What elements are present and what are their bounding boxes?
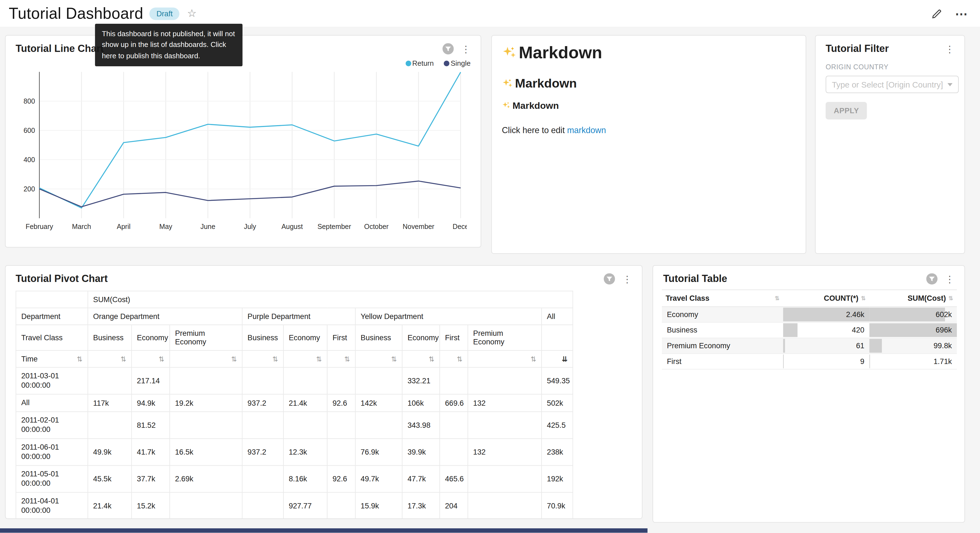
markdown-paragraph: Click here to edit markdown (502, 126, 795, 135)
pivot-value-cell: 92.6 (327, 394, 355, 412)
pivot-data-row: 2011-05-01 00:00:0045.5k37.7k2.69k8.16k9… (16, 466, 573, 492)
pivot-value-cell (88, 412, 131, 439)
pivot-value-cell: 15.9k (355, 492, 402, 519)
count-cell: 2.46k (783, 307, 869, 322)
pivot-class-col-header: Economy (132, 325, 170, 351)
sort-icon[interactable]: ⇅ (861, 295, 866, 302)
travel-class-cell: First (662, 353, 783, 369)
svg-text:September: September (317, 223, 351, 230)
legend-item-return[interactable]: Return (405, 59, 434, 67)
svg-text:October: October (364, 223, 389, 230)
sort-icon[interactable]: ⇅ (775, 295, 779, 302)
pivot-time-header: Time (21, 354, 38, 364)
col-header-sum[interactable]: SUM(Cost)⇅ (869, 290, 957, 306)
table-kebab-icon[interactable]: ⋮ (944, 274, 956, 284)
pivot-value-cell: 106k (402, 394, 440, 412)
apply-button[interactable]: APPLY (826, 102, 867, 119)
sort-icon[interactable]: ⇅ (344, 355, 350, 363)
pivot-value-cell: 45.5k (88, 466, 131, 492)
sum-cell: 1.71k (869, 353, 957, 369)
sort-icon[interactable]: ⇅ (77, 355, 83, 363)
pivot-value-cell: 937.2 (242, 439, 283, 465)
more-menu-icon[interactable]: ⋯ (955, 7, 967, 20)
pivot-value-cell: 12.3k (283, 439, 327, 465)
pivot-value-cell: 332.21 (402, 367, 440, 394)
pivot-value-cell (327, 412, 355, 439)
pivot-class-header: Travel Class (16, 325, 88, 351)
sort-icon[interactable]: ⇅ (272, 355, 278, 363)
pivot-metric-row: SUM(Cost) (16, 291, 573, 308)
pivot-value-cell (170, 492, 242, 519)
filter-scope-icon[interactable] (442, 43, 454, 54)
filter-kebab-icon[interactable]: ⋮ (944, 44, 956, 54)
sort-icon[interactable]: ⇅ (316, 355, 322, 363)
filter-scope-icon[interactable] (926, 273, 937, 284)
sort-icon[interactable]: ⇅ (429, 355, 434, 363)
pivot-class-col-header: First (327, 325, 355, 351)
pivot-row-label: 2011-06-01 00:00:00 (16, 439, 88, 465)
pivot-value-cell (355, 367, 402, 394)
edit-dashboard-icon[interactable] (932, 8, 942, 19)
col-header-count[interactable]: COUNT(*)⇅ (783, 290, 869, 306)
pivot-class-col-header: Premium Economy (468, 325, 542, 351)
pivot-table-wrap: SUM(Cost)DepartmentOrange DepartmentPurp… (6, 284, 642, 519)
line-chart-kebab-icon[interactable]: ⋮ (460, 44, 472, 54)
pivot-card-actions: ⋮ (604, 273, 633, 284)
pivot-value-cell: 465.6 (440, 466, 468, 492)
pivot-value-cell: 41.7k (132, 439, 170, 465)
sort-icon[interactable]: ⇅ (120, 355, 126, 363)
legend-item-single[interactable]: Single (444, 59, 471, 67)
pivot-value-cell: 8.16k (283, 466, 327, 492)
sort-icon[interactable]: ⇅ (948, 295, 953, 302)
pivot-sort-row: Time⇅⇅⇅⇅⇅⇅⇅⇅⇅⇅⇅⇊ (16, 351, 573, 367)
svg-text:200: 200 (24, 185, 35, 193)
pivot-value-cell: 204 (440, 492, 468, 519)
sort-icon[interactable]: ⇅ (391, 355, 397, 363)
filter-scope-icon[interactable] (604, 273, 615, 284)
pivot-card-title: Tutorial Pivot Chart (16, 273, 108, 284)
header-actions: ⋯ (932, 7, 972, 20)
pivot-value-cell: 81.52 (132, 412, 170, 439)
svg-text:Dece: Dece (453, 223, 467, 230)
sort-desc-icon[interactable]: ⇊ (562, 355, 568, 363)
svg-text:800: 800 (24, 97, 35, 105)
edit-markdown-link[interactable]: markdown (567, 126, 606, 135)
dashboard-header: Tutorial Dashboard Draft ☆ ⋯ (0, 0, 980, 28)
markdown-h2: Markdown (502, 76, 795, 91)
data-table: Travel Class⇅ COUNT(*)⇅ SUM(Cost)⇅ Econo… (662, 289, 957, 370)
pivot-class-row: Travel ClassBusinessEconomyPremium Econo… (16, 325, 573, 351)
pivot-value-cell (242, 466, 283, 492)
col-header-travel-class[interactable]: Travel Class⇅ (662, 290, 783, 306)
origin-country-select[interactable]: Type or Select [Origin Country] (826, 76, 959, 93)
sort-icon[interactable]: ⇅ (159, 355, 164, 363)
sort-icon[interactable]: ⇅ (531, 355, 536, 363)
pivot-value-cell (468, 412, 542, 439)
pivot-data-row: All117k94.9k19.2k937.221.4k92.6142k106k6… (16, 394, 573, 412)
chart-legend: ReturnSingle (6, 59, 480, 67)
pivot-class-col-header: Business (88, 325, 131, 351)
pivot-class-col-header: Economy (283, 325, 327, 351)
draft-badge[interactable]: Draft (150, 7, 180, 20)
pivot-department-header: Department (16, 308, 88, 325)
chevron-down-icon (947, 83, 952, 86)
pivot-value-cell (468, 367, 542, 394)
favorite-star-icon[interactable]: ☆ (187, 8, 197, 19)
travel-class-cell: Business (662, 322, 783, 338)
pivot-value-cell: 21.4k (88, 492, 131, 519)
sparkles-icon (502, 78, 513, 89)
pivot-value-cell (242, 492, 283, 519)
pivot-row-label: 2011-03-01 00:00:00 (16, 367, 88, 394)
pivot-kebab-icon[interactable]: ⋮ (621, 274, 633, 284)
line-chart-card: Tutorial Line Chart ⋮ ReturnSingle 20040… (5, 35, 481, 248)
table-card-header: Tutorial Table ⋮ (653, 266, 964, 284)
line-chart-title: Tutorial Line Chart (16, 43, 104, 54)
pivot-table: SUM(Cost)DepartmentOrange DepartmentPurp… (16, 291, 573, 519)
table-row: Economy 2.46k 602k (662, 307, 957, 322)
sort-icon[interactable]: ⇅ (231, 355, 237, 363)
svg-text:April: April (117, 223, 130, 230)
markdown-paragraph-text: Click here to edit (502, 126, 567, 135)
sort-icon[interactable]: ⇅ (457, 355, 463, 363)
pivot-value-cell: 217.14 (132, 367, 170, 394)
markdown-card: Markdown Markdown Markdown Click here to… (492, 35, 807, 254)
table-row: First 9 1.71k (662, 353, 957, 369)
